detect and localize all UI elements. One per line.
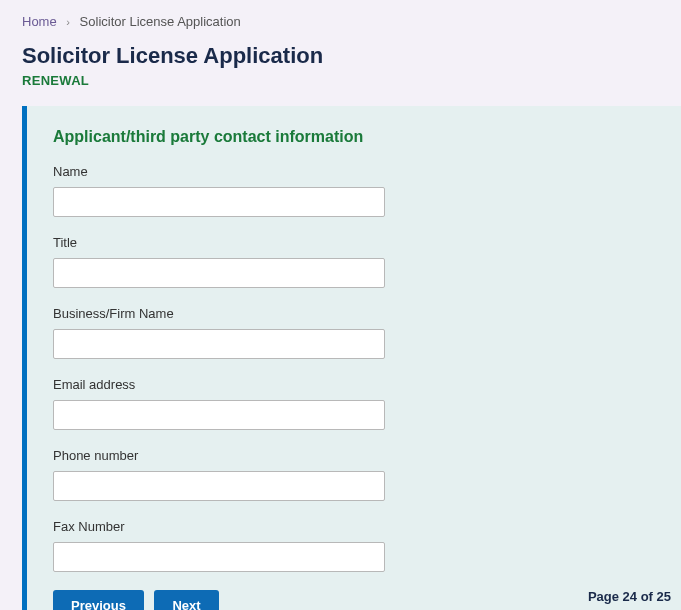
label-business: Business/Firm Name — [53, 306, 655, 321]
input-name[interactable] — [53, 187, 385, 217]
label-title: Title — [53, 235, 655, 250]
input-title[interactable] — [53, 258, 385, 288]
chevron-right-icon: › — [66, 16, 70, 28]
label-phone: Phone number — [53, 448, 655, 463]
page-subheading: RENEWAL — [22, 73, 659, 88]
button-row: Previous Next — [53, 590, 655, 610]
field-business: Business/Firm Name — [53, 306, 655, 359]
form-panel: Applicant/third party contact informatio… — [22, 106, 681, 610]
field-email: Email address — [53, 377, 655, 430]
field-title: Title — [53, 235, 655, 288]
section-title: Applicant/third party contact informatio… — [53, 128, 655, 146]
previous-button[interactable]: Previous — [53, 590, 144, 610]
input-phone[interactable] — [53, 471, 385, 501]
label-fax: Fax Number — [53, 519, 655, 534]
next-button[interactable]: Next — [154, 590, 218, 610]
label-email: Email address — [53, 377, 655, 392]
page-header: Solicitor License Application RENEWAL — [0, 39, 681, 106]
breadcrumb: Home › Solicitor License Application — [0, 0, 681, 39]
page-indicator: Page 24 of 25 — [588, 589, 671, 604]
page-title: Solicitor License Application — [22, 43, 659, 69]
breadcrumb-home-link[interactable]: Home — [22, 14, 57, 29]
label-name: Name — [53, 164, 655, 179]
input-business[interactable] — [53, 329, 385, 359]
field-fax: Fax Number — [53, 519, 655, 572]
input-fax[interactable] — [53, 542, 385, 572]
breadcrumb-current: Solicitor License Application — [80, 14, 241, 29]
field-phone: Phone number — [53, 448, 655, 501]
field-name: Name — [53, 164, 655, 217]
input-email[interactable] — [53, 400, 385, 430]
